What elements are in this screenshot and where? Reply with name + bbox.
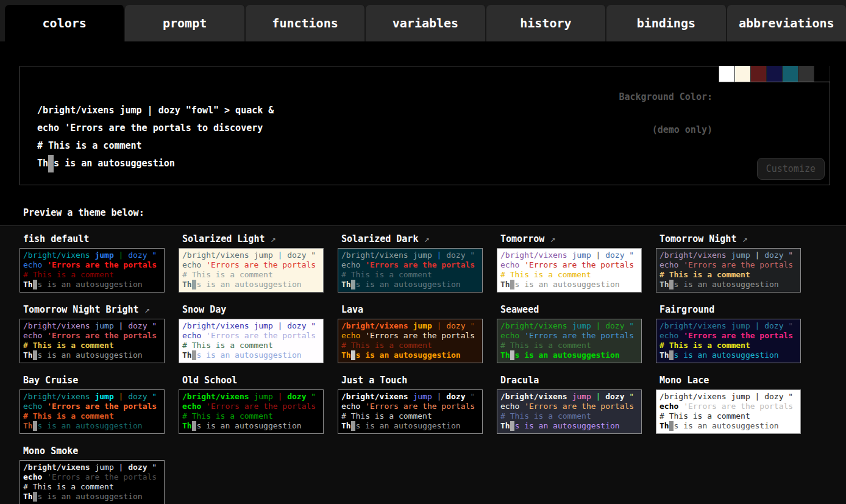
theme-code-line: # This is a comment — [341, 270, 479, 280]
theme-title[interactable]: Solarized Light ↗ — [182, 233, 338, 244]
theme-title[interactable]: Tomorrow Night Bright ↗ — [23, 304, 179, 315]
theme-title[interactable]: Fairground — [659, 304, 815, 315]
theme-name: Tomorrow — [500, 233, 544, 244]
theme-title[interactable]: fish default — [23, 233, 179, 244]
theme-block: Mono Smoke /bright/vixens jump | dozy "e… — [20, 442, 179, 504]
theme-preview-card[interactable]: /bright/vixens jump | dozy "echo 'Errors… — [656, 248, 801, 293]
code-token: " — [307, 250, 316, 260]
code-token: 'Errors are the portals — [206, 331, 316, 340]
theme-preview-card[interactable]: /bright/vixens jump | dozy "echo 'Errors… — [656, 319, 801, 363]
theme-title[interactable]: Lava — [341, 304, 497, 315]
bg-swatch-dark-red[interactable] — [751, 66, 767, 82]
bg-swatch-black[interactable] — [814, 66, 830, 82]
theme-code-line: /bright/vixens jump | dozy " — [23, 463, 161, 472]
theme-title[interactable]: Bay Cruise — [23, 375, 179, 386]
theme-preview-card[interactable]: /bright/vixens jump | dozy "echo 'Errors… — [497, 389, 642, 434]
tab-functions[interactable]: functions — [246, 5, 366, 41]
theme-preview-card[interactable]: /bright/vixens jump | dozy "echo 'Errors… — [20, 389, 165, 434]
theme-preview-card[interactable]: /bright/vixens jump | dozy "echo 'Errors… — [497, 248, 642, 293]
code-token: /bright/vixens — [341, 250, 413, 260]
theme-preview-card[interactable]: /bright/vixens jump | dozy "echo 'Errors… — [338, 389, 483, 434]
code-token: Th — [182, 421, 192, 430]
theme-code-line: # This is a comment — [500, 411, 638, 421]
external-link-icon[interactable]: ↗ — [418, 233, 429, 244]
code-token: 'Errors are the portals — [524, 260, 634, 269]
theme-preview-card[interactable]: /bright/vixens jump | dozy "echo 'Errors… — [20, 460, 165, 504]
tab-bindings[interactable]: bindings — [606, 5, 727, 41]
code-token: | — [273, 321, 287, 330]
tab-prompt[interactable]: prompt — [125, 5, 245, 41]
code-token: jump — [254, 321, 272, 330]
bg-swatch-white[interactable] — [719, 66, 735, 82]
theme-code-line: This is an autosuggestion — [182, 421, 320, 431]
bg-swatch-charcoal[interactable] — [798, 66, 814, 82]
theme-code-line: This is an autosuggestion — [341, 280, 479, 289]
code-token: jump — [572, 392, 591, 401]
theme-preview-card[interactable]: /bright/vixens jump | dozy "echo 'Errors… — [20, 319, 165, 363]
theme-title[interactable]: Mono Smoke — [23, 445, 179, 456]
autosuggestion-text: s is an autosuggestion — [54, 158, 175, 169]
theme-code-line: # This is a comment — [500, 341, 638, 350]
code-token: dozy — [446, 321, 465, 330]
bg-swatch-navy[interactable] — [767, 66, 783, 82]
theme-preview-card[interactable]: /bright/vixens jump | dozy "echo 'Errors… — [338, 248, 483, 293]
code-token: /bright/vixens — [182, 250, 254, 260]
tab-variables[interactable]: variables — [366, 5, 486, 41]
code-token: dozy — [764, 321, 783, 330]
code-token: Th — [182, 350, 192, 360]
code-token: 'Errors are the portals — [206, 260, 316, 269]
theme-code-line: This is an autosuggestion — [341, 350, 479, 360]
tab-colors[interactable]: colors — [5, 5, 125, 41]
theme-preview-card[interactable]: /bright/vixens jump | dozy "echo 'Errors… — [338, 319, 483, 363]
code-token: s is an autosuggestion — [514, 350, 619, 360]
code-token: dozy — [287, 321, 306, 330]
external-link-icon[interactable]: ↗ — [265, 233, 275, 244]
external-link-icon[interactable]: ↗ — [736, 233, 747, 244]
tab-history[interactable]: history — [486, 5, 606, 41]
theme-title[interactable]: Tomorrow Night ↗ — [659, 233, 815, 244]
theme-title[interactable]: Dracula — [500, 375, 656, 386]
theme-preview-card[interactable]: /bright/vixens jump | dozy "echo 'Errors… — [179, 319, 324, 363]
code-token: dozy — [287, 250, 306, 260]
bg-swatch-teal[interactable] — [783, 66, 798, 82]
external-link-icon[interactable]: ↗ — [139, 304, 150, 315]
theme-title[interactable]: Solarized Dark ↗ — [341, 233, 497, 244]
theme-code-line: /bright/vixens jump | dozy " — [341, 321, 479, 331]
code-token: jump — [413, 250, 432, 260]
code-token: jump — [94, 392, 113, 401]
theme-title[interactable]: Mono Lace — [659, 375, 815, 386]
theme-block: Tomorrow Night ↗ /bright/vixens jump | d… — [656, 230, 815, 293]
code-token: echo — [23, 472, 47, 481]
theme-preview-card[interactable]: /bright/vixens jump | dozy "echo 'Errors… — [20, 248, 165, 293]
code-token: 'Errors are the portals — [47, 402, 157, 411]
code-token: dozy — [605, 250, 624, 260]
theme-code-line: echo 'Errors are the portals — [500, 260, 638, 270]
theme-title[interactable]: Tomorrow ↗ — [500, 233, 656, 244]
code-token: echo — [341, 260, 365, 269]
tab-abbreviations[interactable]: abbreviations — [727, 5, 846, 41]
theme-title[interactable]: Old School — [182, 375, 338, 386]
theme-preview-card[interactable]: /bright/vixens jump | dozy "echo 'Errors… — [179, 389, 324, 434]
code-token: /bright/vixens — [23, 463, 94, 472]
theme-name: Bay Cruise — [23, 375, 78, 386]
theme-code-line: This is an autosuggestion — [500, 280, 638, 289]
theme-preview-card[interactable]: /bright/vixens jump | dozy "echo 'Errors… — [497, 319, 642, 363]
theme-title[interactable]: Snow Day — [182, 304, 338, 315]
code-token: | — [432, 392, 446, 401]
code-token: dozy — [605, 392, 624, 401]
theme-preview-card[interactable]: /bright/vixens jump | dozy "echo 'Errors… — [656, 389, 801, 434]
theme-title[interactable]: Seaweed — [500, 304, 656, 315]
code-token: s is an autosuggestion — [196, 350, 301, 360]
theme-name: Seaweed — [500, 304, 539, 315]
external-link-icon[interactable]: ↗ — [544, 233, 555, 244]
theme-preview-card[interactable]: /bright/vixens jump | dozy "echo 'Errors… — [179, 248, 324, 293]
theme-code-line: # This is a comment — [341, 341, 479, 350]
code-token: | — [591, 321, 605, 330]
bg-swatch-cream[interactable] — [735, 66, 751, 82]
customize-button[interactable]: Customize — [757, 158, 825, 180]
code-token: s is an autosuggestion — [37, 421, 142, 430]
code-token: | — [432, 321, 446, 330]
theme-code-line: /bright/vixens jump | dozy " — [341, 392, 479, 402]
code-token: s is an autosuggestion — [674, 280, 778, 289]
theme-title[interactable]: Just a Touch — [341, 375, 497, 386]
